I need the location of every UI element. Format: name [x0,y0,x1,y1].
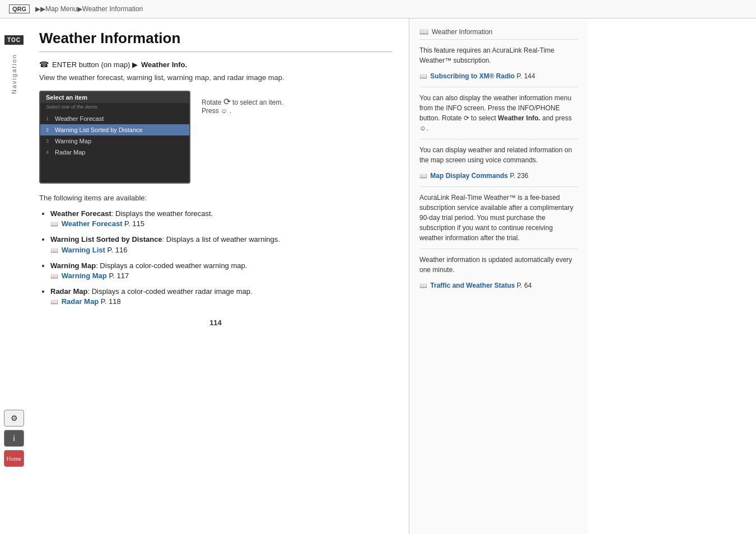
link3-page: P. 64 [517,282,531,289]
right-panel-p3: You can display weather and related info… [419,145,578,165]
menu-item-1[interactable]: 1 Weather Forecast [40,113,189,124]
link-weather-forecast[interactable]: Weather Forecast [62,219,123,228]
link-traffic-weather-status[interactable]: Traffic and Weather Status [430,282,515,289]
link-warning-map[interactable]: Warning Map [62,271,107,280]
menu-item-2-num: 2 [46,127,52,133]
home-icon: Home [7,455,22,462]
menu-item-4-num: 4 [46,149,52,155]
article-area: Weather Information ☎ ENTER button (on m… [28,18,409,534]
right-panel-p4: AcuraLink Real-Time Weather™ is a fee-ba… [419,193,578,243]
menu-item-2[interactable]: 2 Warning List Sorted by Distance [40,124,189,135]
book-icon-4: 📖 [50,298,58,306]
home-icon-btn[interactable]: Home [4,450,24,467]
book-icon-link3: 📖 [419,281,427,291]
link-page-4: P. 118 [101,297,121,306]
item-name-1: Weather Forecast: Displays the weather f… [50,209,213,218]
intro-line: ☎ ENTER button (on map) ▶ Weather Info. [39,60,392,69]
info-icon: i [13,434,15,443]
screenshot-area: Select an item Select one of the items. … [39,91,392,184]
screen-menu: 1 Weather Forecast 2 Warning List Sorted… [40,111,189,182]
link-map-display-commands[interactable]: Map Display Commands [430,172,508,180]
menu-item-4-label: Radar Map [55,149,85,156]
screen-mockup: Select an item Select one of the items. … [39,91,190,184]
link2-page: P. 236 [510,172,528,180]
divider-1 [419,87,578,87]
toc-block: TOC Navigation [4,35,24,94]
right-panel-header: 📖 Weather Information [419,27,578,40]
rotate-text: Rotate [202,99,223,106]
intro-text: ENTER button (on map) ▶ [52,60,138,69]
settings-icon-btn[interactable]: ⚙ [4,410,24,427]
right-panel-title: Weather Information [432,28,493,36]
description: View the weather forecast, warning list,… [39,73,392,82]
item-name-3: Warning Map: Displays a color-coded weat… [50,261,247,270]
qrg-badge: QRG [9,4,30,13]
list-item-warning-list: Warning List Sorted by Distance: Display… [50,235,392,255]
book-icon-3: 📖 [50,272,58,280]
page-wrapper: QRG ▶▶Map Menu▶Weather Information TOC N… [0,0,756,534]
right-panel-link1: 📖 Subscribing to XM® Radio P. 144 [419,71,578,81]
press-icon-2: ☺ [419,124,426,132]
rotate-instruction: Rotate ⟳ to select an item. Press ☺ . [202,91,291,115]
page-title: Weather Information [39,30,392,52]
screen-menu-title: Select an item [40,92,189,103]
main-content: TOC Navigation ⚙ i Home Weather Informat… [0,18,756,534]
menu-item-2-label: Warning List Sorted by Distance [55,127,143,133]
link-warning-list[interactable]: Warning List [62,246,105,254]
link-page-2: P. 116 [108,246,128,254]
item-name-2: Warning List Sorted by Distance: Display… [50,235,280,243]
book-icon-1: 📖 [50,220,58,228]
menu-item-1-num: 1 [46,116,52,121]
item-name-4: Radar Map: Displays a color-coded weathe… [50,287,253,296]
link-page-1: P. 115 [124,219,144,228]
press-period: . [230,107,231,115]
link1-page: P. 144 [517,72,535,80]
press-icon: ☺ [221,107,227,115]
right-panel-p1: This feature requires an AcuraLink Real-… [419,45,578,65]
menu-item-3-label: Warning Map [55,138,91,144]
intro-bold: Weather Info. [141,60,187,69]
rotate-icon-2: ⟳ [464,114,469,122]
page-number: 114 [39,318,392,327]
list-item-radar-map: Radar Map: Displays a color-coded weathe… [50,287,392,307]
right-panel-p2: You can also display the weather informa… [419,93,578,133]
info-icon-btn[interactable]: i [4,430,24,447]
nav-label: Navigation [11,54,17,94]
side-nav: TOC Navigation ⚙ i Home [0,18,28,534]
right-panel-book-icon: 📖 [419,27,428,36]
menu-item-3-num: 3 [46,138,52,144]
book-icon-2: 📖 [50,246,58,255]
menu-item-3[interactable]: 3 Warning Map [40,135,189,147]
menu-item-4[interactable]: 4 Radar Map [40,147,189,158]
divider-3 [419,186,578,187]
menu-item-1-label: Weather Forecast [55,115,104,122]
right-panel-link2: 📖 Map Display Commands P. 236 [419,171,578,181]
rotate-icon: ⟳ [223,97,231,106]
right-panel-link3: 📖 Traffic and Weather Status P. 64 [419,280,578,291]
list-item-weather-forecast: Weather Forecast: Displays the weather f… [50,209,392,229]
screen-menu-subtitle: Select one of the items. [40,103,189,111]
book-icon-link1: 📖 [419,72,427,81]
link-subscribing-xm[interactable]: Subscribing to XM® Radio [430,72,515,80]
toc-label[interactable]: TOC [4,35,24,45]
link-radar-map[interactable]: Radar Map [62,297,99,306]
link-page-3: P. 117 [109,271,129,280]
bullet-list: Weather Forecast: Displays the weather f… [39,209,392,307]
settings-icon: ⚙ [11,414,18,423]
right-panel: 📖 Weather Information This feature requi… [409,18,588,534]
menu-item-empty-1 [40,158,189,169]
divider-4 [419,249,578,249]
enter-icon: ☎ [39,60,49,69]
breadcrumb-text: ▶▶Map Menu▶Weather Information [35,5,143,13]
breadcrumb-bar: QRG ▶▶Map Menu▶Weather Information [0,0,756,18]
items-available: The following items are available: [39,194,392,202]
divider-2 [419,139,578,139]
book-icon-link2: 📖 [419,171,427,181]
right-panel-p5: Weather information is updated automatic… [419,255,578,275]
menu-item-empty-2 [40,169,189,180]
list-item-warning-map: Warning Map: Displays a color-coded weat… [50,261,392,281]
